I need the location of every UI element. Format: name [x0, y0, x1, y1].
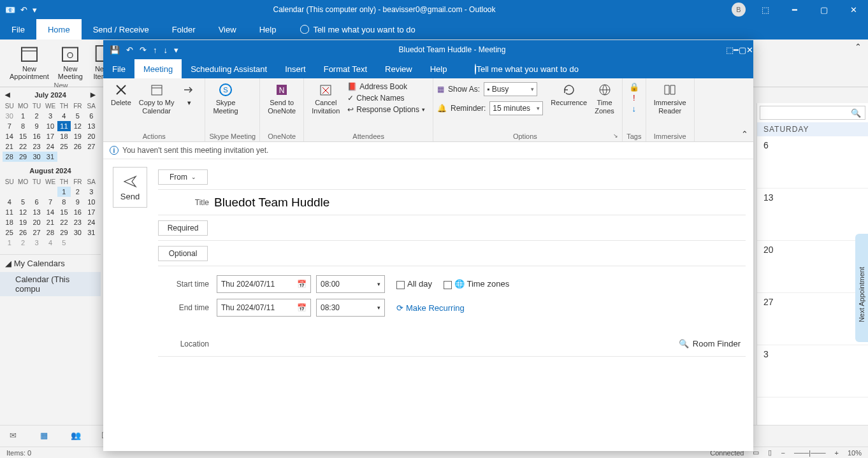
calendar-day[interactable]: 11: [3, 207, 16, 217]
day-slot[interactable]: 3: [757, 345, 868, 397]
calendar-day[interactable]: 21: [3, 141, 16, 152]
calendar-day[interactable]: 19: [71, 131, 84, 141]
zoom-slider[interactable]: ───|───: [794, 449, 826, 457]
next-month-icon[interactable]: ▶: [90, 91, 96, 98]
calendar-day[interactable]: 24: [43, 141, 57, 152]
check-names-button[interactable]: ✓Check Names: [344, 92, 429, 104]
required-button[interactable]: Required: [158, 220, 208, 236]
tab-help[interactable]: Help: [248, 19, 288, 39]
calendar-day[interactable]: 1: [3, 238, 16, 248]
calendar-day[interactable]: 7: [43, 197, 57, 207]
calendar-day[interactable]: 29: [16, 152, 29, 162]
calendar-day[interactable]: 3: [85, 187, 98, 197]
calendar-day[interactable]: [16, 187, 29, 197]
calendar-day[interactable]: 2: [71, 187, 84, 197]
make-recurring-link[interactable]: ⟳Make Recurring: [396, 303, 465, 313]
time-zones-button[interactable]: Time Zones: [591, 81, 618, 117]
mw-tab-help[interactable]: Help: [421, 59, 456, 78]
next-appointment-tab[interactable]: Next Appointment: [855, 234, 868, 342]
calendar-day[interactable]: [30, 187, 43, 197]
mw-tab-file[interactable]: File: [103, 59, 134, 78]
end-date-picker[interactable]: Thu 2024/07/11📅: [217, 299, 311, 317]
mw-tab-format[interactable]: Format Text: [315, 59, 376, 78]
undo-icon[interactable]: ↶: [126, 45, 133, 55]
calendar-day[interactable]: 12: [16, 207, 29, 217]
search-box[interactable]: 🔍: [760, 106, 865, 120]
zoom-in-icon[interactable]: +: [835, 449, 839, 457]
forward-button[interactable]: ▾: [178, 81, 201, 108]
allday-checkbox[interactable]: All day: [396, 279, 432, 289]
new-meeting-button[interactable]: New Meeting: [54, 42, 87, 82]
down-icon[interactable]: ↓: [164, 45, 168, 55]
tab-send-receive[interactable]: Send / Receive: [82, 19, 161, 39]
calendar-day[interactable]: 13: [85, 121, 98, 131]
calendar-day[interactable]: 28: [43, 227, 57, 238]
tab-folder[interactable]: Folder: [161, 19, 207, 39]
ribbon-display-icon[interactable]: ⬚: [726, 45, 734, 55]
day-slot[interactable]: 20: [757, 241, 868, 293]
day-slot[interactable]: 27: [757, 293, 868, 345]
calendar-day[interactable]: 23: [71, 217, 84, 227]
cancel-invitation-button[interactable]: Cancel Invitation: [308, 81, 344, 117]
calendar-day[interactable]: 6: [30, 197, 43, 207]
ribbon-display-icon[interactable]: ⬚: [751, 0, 780, 19]
calendar-day[interactable]: 11: [57, 121, 71, 131]
mw-close-button[interactable]: ✕: [746, 45, 753, 55]
calendar-day[interactable]: 15: [57, 207, 71, 217]
start-time-picker[interactable]: 08:00▾: [316, 275, 385, 293]
mail-icon[interactable]: ✉: [10, 431, 21, 442]
calendar-day[interactable]: 23: [30, 141, 43, 152]
high-importance-icon[interactable]: !: [633, 93, 635, 103]
calendar-day[interactable]: 10: [43, 121, 57, 131]
required-field[interactable]: [208, 219, 746, 236]
calendar-day[interactable]: 1: [16, 111, 29, 121]
calendar-day[interactable]: 24: [85, 217, 98, 227]
room-finder-button[interactable]: 🔍Room Finder: [674, 336, 746, 351]
calendar-list-item[interactable]: Calendar (This compu: [0, 272, 101, 296]
optional-field[interactable]: [208, 245, 746, 262]
copy-to-calendar-button[interactable]: Copy to My Calendar: [135, 81, 178, 117]
calendar-day[interactable]: 7: [3, 121, 16, 131]
minimize-button[interactable]: ━: [780, 0, 809, 19]
immersive-reader-button[interactable]: Immersive Reader: [650, 81, 690, 117]
prev-month-icon[interactable]: ◀: [5, 91, 10, 98]
options-launcher-icon[interactable]: ↘: [613, 132, 618, 140]
my-calendars-header[interactable]: ◢ My Calendars: [0, 254, 101, 272]
calendar-day[interactable]: 27: [30, 227, 43, 238]
calendar-day[interactable]: 2: [16, 238, 29, 248]
view-normal-icon[interactable]: ▭: [753, 448, 759, 457]
new-appointment-button[interactable]: New Appointment: [6, 42, 53, 82]
customize-qat-icon[interactable]: ▾: [174, 45, 178, 55]
skype-meeting-button[interactable]: SSkype Meeting: [209, 81, 242, 117]
mw-tab-insert[interactable]: Insert: [276, 59, 315, 78]
calendar-day[interactable]: 4: [3, 197, 16, 207]
from-field[interactable]: [208, 168, 746, 185]
calendar-day[interactable]: 10: [85, 197, 98, 207]
calendar-day[interactable]: 9: [71, 197, 84, 207]
calendar-day[interactable]: 31: [43, 152, 57, 162]
mw-tab-review[interactable]: Review: [376, 59, 421, 78]
calendar-day[interactable]: 29: [57, 227, 71, 238]
collapse-ribbon-icon[interactable]: ⌃: [848, 39, 868, 87]
redo-icon[interactable]: ↷: [140, 45, 147, 55]
calendar-day[interactable]: [85, 238, 98, 248]
calendar-day[interactable]: 15: [16, 131, 29, 141]
calendar-day[interactable]: 17: [85, 207, 98, 217]
calendar-day[interactable]: 26: [16, 227, 29, 238]
calendar-day[interactable]: 30: [71, 227, 84, 238]
calendar-day[interactable]: 31: [85, 227, 98, 238]
onenote-button[interactable]: NSend to OneNote: [264, 81, 300, 117]
tab-view[interactable]: View: [207, 19, 248, 39]
calendar-day[interactable]: 9: [30, 121, 43, 131]
collapse-ribbon-icon[interactable]: ⌃: [741, 129, 748, 139]
calendar-day[interactable]: 4: [43, 238, 57, 248]
private-icon[interactable]: 🔒: [629, 82, 639, 92]
recurrence-button[interactable]: Recurrence: [547, 81, 591, 108]
calendar-day[interactable]: 18: [57, 131, 71, 141]
calendar-day[interactable]: 6: [85, 111, 98, 121]
address-book-button[interactable]: 📕Address Book: [344, 81, 429, 92]
start-date-picker[interactable]: Thu 2024/07/11📅: [217, 275, 311, 293]
calendar-day[interactable]: 25: [57, 141, 71, 152]
calendar-day[interactable]: 21: [43, 217, 57, 227]
show-as-select[interactable]: ▪ Busy▾: [484, 82, 537, 96]
